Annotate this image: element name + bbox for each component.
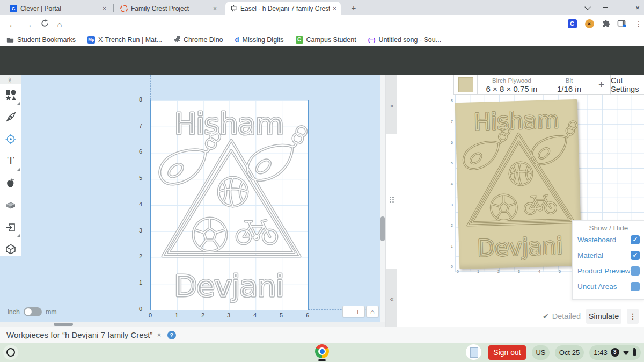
bookmark-label: Chrome Dino	[184, 36, 223, 44]
clever-extension-icon[interactable]: C	[567, 18, 577, 29]
canvas-horizontal-scrollbar[interactable]	[0, 322, 385, 327]
zoom-in-button[interactable]: +	[356, 308, 360, 316]
canvas-vertical-scrollbar[interactable]	[380, 75, 385, 322]
reload-icon[interactable]	[39, 19, 50, 31]
expand-right-icon[interactable]: »	[386, 102, 398, 110]
toggle-uncut-areas[interactable]: Uncut Areas	[573, 279, 644, 294]
simulate-button[interactable]: Simulate	[586, 309, 621, 324]
tab-strip: C Clever | Portal × Family Crest Project…	[0, 0, 644, 15]
toggle-label: Uncut Areas	[577, 283, 617, 291]
detailed-toggle[interactable]: ✔ Detailed	[543, 312, 581, 321]
clever-favicon: C	[10, 5, 17, 12]
material-checkbox[interactable]	[631, 251, 640, 260]
battery-icon	[633, 349, 636, 356]
preview-ruler-label: 3	[516, 270, 522, 273]
zoom-home-button[interactable]: ⌂	[366, 306, 379, 317]
tab-family-crest[interactable]: Family Crest Project ×	[116, 2, 221, 15]
preview-ruler-label: 8	[449, 99, 455, 103]
wasteboard-checkbox[interactable]	[631, 235, 640, 244]
sign-out-button[interactable]: Sign out	[488, 345, 526, 360]
new-tab-button[interactable]: +	[348, 2, 360, 14]
extensions-puzzle-icon[interactable]	[600, 18, 611, 29]
launcher-button[interactable]	[3, 345, 18, 360]
toggle-label: Material	[577, 251, 603, 259]
chrome-app-icon[interactable]	[315, 344, 329, 358]
toggle-product-preview[interactable]: Product Preview	[573, 263, 644, 279]
notification-thumbnail[interactable]	[466, 344, 481, 360]
material-selector[interactable]: Birch Plywood 6 × 8 × 0.75 in	[478, 75, 546, 94]
add-bit-button[interactable]: +	[592, 75, 611, 94]
collapse-left-icon[interactable]: «	[386, 295, 398, 303]
design-library-button[interactable]	[0, 172, 21, 194]
restore-button[interactable]	[613, 0, 630, 15]
text-tool-button[interactable]: T	[0, 150, 21, 172]
back-icon[interactable]: ←	[6, 19, 18, 31]
crest-design[interactable]	[151, 100, 308, 310]
bookmark-label: Student Bookmarks	[17, 36, 76, 44]
draw-tool-button[interactable]	[0, 106, 21, 128]
product-preview-checkbox[interactable]	[631, 266, 640, 276]
date-button[interactable]: Oct 25	[555, 345, 584, 360]
missing-digits-icon: d	[235, 35, 239, 44]
3d-view-button[interactable]	[0, 238, 21, 260]
cut-settings-button[interactable]: Cut Settings	[611, 75, 644, 94]
kebab-icon: ⋮	[629, 312, 637, 321]
preview-ruler-label: 3	[449, 203, 455, 207]
ruler-label: 3	[223, 312, 234, 318]
uncut-areas-checkbox[interactable]	[631, 282, 640, 291]
bit-selector[interactable]: Bit 1/16 in	[546, 75, 592, 94]
design-canvas[interactable]: 8 7 6 5 4 3 2 1 0 0 1 2 3 4 5 6 inch mm …	[0, 75, 385, 322]
forward-icon[interactable]: →	[23, 19, 34, 31]
help-icon[interactable]: ?	[167, 331, 176, 339]
bookmark-untitled-song[interactable]: (−) Untitled song - Sou...	[368, 36, 441, 44]
simulate-menu-button[interactable]: ⋮	[627, 309, 639, 324]
bit-label: Bit	[557, 77, 581, 85]
workpieces-bar[interactable]: Workpieces for “h Devjani 7 family Crest…	[0, 327, 644, 343]
home-icon[interactable]: ⌂	[54, 19, 65, 31]
scrollbar-thumb[interactable]	[54, 323, 73, 326]
sidebar-collapse-button[interactable]: ««	[0, 75, 21, 84]
tool-sidebar: «« T	[0, 75, 21, 256]
zoom-out-button[interactable]: −	[347, 308, 352, 316]
toggle-wasteboard[interactable]: Wasteboard	[573, 232, 644, 248]
close-tab-icon[interactable]: ×	[333, 5, 336, 12]
collapse-up-icon[interactable]: «	[156, 333, 164, 337]
import-button[interactable]	[0, 216, 21, 238]
material-preview[interactable]	[455, 99, 582, 269]
tab-easel-active[interactable]: Easel - h Devjani 7 family Crest ×	[225, 2, 341, 15]
preview-ruler-label: 6	[449, 141, 455, 144]
toggle-label: Wasteboard	[577, 236, 616, 244]
close-window-button[interactable]: ×	[630, 0, 644, 15]
panel-divider[interactable]: » «	[385, 75, 397, 327]
material-swatch-cell[interactable]	[454, 75, 478, 94]
minimize-button[interactable]	[597, 0, 613, 15]
status-tray[interactable]: 1:43 3	[589, 345, 641, 360]
bit-size: 1/16 in	[557, 85, 581, 93]
close-tab-icon[interactable]: ×	[103, 5, 106, 12]
bookmark-student-bookmarks[interactable]: Student Bookmarks	[6, 36, 76, 44]
clock: 1:43	[594, 349, 607, 357]
close-tab-icon[interactable]: ×	[213, 5, 217, 12]
browser-menu-icon[interactable]: ⋮	[633, 18, 644, 29]
scrollbar-thumb[interactable]	[380, 216, 385, 241]
origin-tool-button[interactable]	[0, 128, 21, 150]
side-panel-icon[interactable]	[616, 18, 627, 29]
bookmark-chrome-dino[interactable]: Chrome Dino	[174, 36, 223, 44]
drag-handle[interactable]	[390, 197, 394, 203]
unit-toggle-switch[interactable]	[24, 307, 42, 316]
tab-search-icon[interactable]	[580, 0, 596, 15]
keyboard-layout-button[interactable]: US	[532, 345, 550, 360]
bookmark-campus-student[interactable]: C Campus Student	[296, 36, 356, 44]
ruler-label: 2	[135, 253, 146, 259]
unit-toggle[interactable]: inch mm	[8, 307, 57, 316]
tab-clever[interactable]: C Clever | Portal ×	[5, 2, 111, 15]
3d-shapes-button[interactable]	[0, 194, 21, 216]
crosshair-icon	[5, 133, 17, 145]
toggle-material[interactable]: Material	[573, 248, 644, 263]
bookmark-xtrench-run[interactable]: Mp X-Trench Run | Mat...	[87, 36, 162, 44]
preview-ruler-label: 0	[455, 270, 460, 273]
show-hide-title: Show / Hide	[573, 224, 644, 232]
shapes-tool-button[interactable]	[0, 84, 21, 106]
blocked-extension-icon[interactable]: ×	[584, 18, 595, 29]
bookmark-missing-digits[interactable]: d Missing Digits	[235, 35, 284, 44]
